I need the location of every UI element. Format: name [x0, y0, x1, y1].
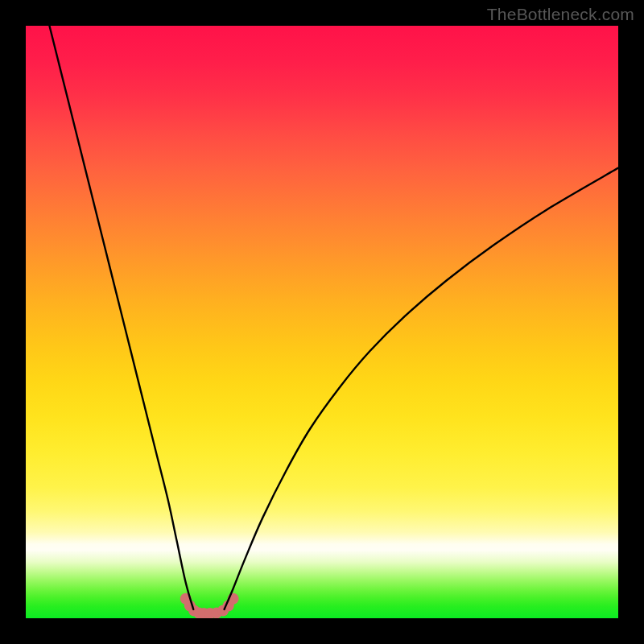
chart-frame: TheBottleneck.com	[0, 0, 644, 644]
watermark-text: TheBottleneck.com	[487, 5, 634, 24]
chart-svg	[26, 26, 618, 618]
plot-area	[26, 26, 618, 618]
curve-left	[49, 26, 193, 609]
curve-right	[225, 168, 618, 609]
